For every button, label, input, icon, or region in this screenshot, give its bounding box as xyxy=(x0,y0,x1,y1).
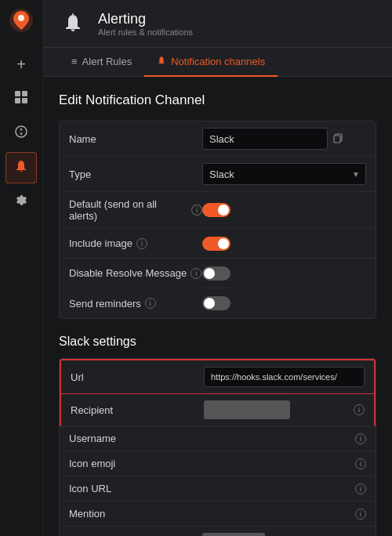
sidebar-item-explore[interactable] xyxy=(5,118,37,149)
include-image-label: Include image i xyxy=(69,237,202,249)
plus-icon: + xyxy=(16,56,26,74)
url-field-row: Url xyxy=(60,359,376,394)
url-label: Url xyxy=(71,371,204,383)
app-logo[interactable] xyxy=(9,8,34,33)
name-field-row: Name xyxy=(60,121,376,157)
tab-alert-rules-label: Alert Rules xyxy=(82,56,132,67)
tab-notification-channels-label: Notification channels xyxy=(171,56,265,67)
content-area: Edit Notification Channel Name xyxy=(43,77,392,536)
url-input[interactable] xyxy=(204,367,365,387)
icon-url-value: i xyxy=(202,483,366,494)
bell-icon xyxy=(14,159,28,177)
disable-resolve-value xyxy=(202,266,366,281)
icon-emoji-info-icon[interactable]: i xyxy=(355,458,366,469)
edit-section-title: Edit Notification Channel xyxy=(59,92,376,108)
dashboard-icon xyxy=(14,90,28,108)
svg-marker-7 xyxy=(20,128,23,131)
recipient-input[interactable] xyxy=(204,400,290,419)
include-image-info-icon[interactable]: i xyxy=(136,238,147,249)
send-reminders-info-icon[interactable]: i xyxy=(145,298,156,309)
recipient-field-row: Recipient i xyxy=(60,394,376,426)
token-field-row: Token xyxy=(60,527,376,536)
recipient-info-icon[interactable]: i xyxy=(354,404,365,415)
default-info-icon[interactable]: i xyxy=(191,205,202,215)
token-value xyxy=(202,533,366,536)
tab-notification-channels[interactable]: Notification channels xyxy=(144,48,278,77)
header-text: Alerting Alert rules & notifications xyxy=(98,11,193,37)
mention-label: Mention xyxy=(69,508,202,520)
username-value: i xyxy=(202,433,366,444)
disable-resolve-info-icon[interactable]: i xyxy=(191,268,201,279)
sidebar-item-add[interactable]: + xyxy=(5,49,37,80)
list-icon: ≡ xyxy=(71,56,78,67)
slack-section-title: Slack settings xyxy=(59,335,376,349)
mention-value: i xyxy=(202,509,366,520)
slack-form: Url Recipient i Username xyxy=(59,358,376,536)
edit-form: Name Type xyxy=(59,121,376,319)
default-field-row: Default (send on all alerts) i xyxy=(60,192,376,229)
page-subtitle: Alert rules & notifications xyxy=(98,27,193,37)
sidebar-item-settings[interactable] xyxy=(5,187,37,218)
sidebar-item-alerting[interactable] xyxy=(5,152,37,183)
type-select[interactable]: Slack xyxy=(202,163,366,185)
send-reminders-value xyxy=(202,296,366,310)
username-field-row: Username i xyxy=(60,426,376,451)
disable-resolve-field-row: Disable Resolve Message i xyxy=(60,259,376,288)
svg-point-1 xyxy=(18,15,24,21)
recipient-value: i xyxy=(204,400,365,419)
page-title: Alerting xyxy=(98,11,193,27)
send-reminders-field-row: Send reminders i xyxy=(60,288,376,318)
send-reminders-label: Send reminders i xyxy=(69,298,202,310)
send-reminders-toggle-knob xyxy=(204,298,215,309)
header-bell-icon xyxy=(59,9,87,38)
recipient-label: Recipient xyxy=(71,404,204,416)
svg-rect-5 xyxy=(22,98,27,103)
sidebar-item-dashboard[interactable] xyxy=(5,83,37,114)
username-label: Username xyxy=(69,433,202,444)
username-info-icon[interactable]: i xyxy=(355,433,366,444)
name-label: Name xyxy=(69,133,202,145)
main-content: Alerting Alert rules & notifications ≡ A… xyxy=(43,0,392,536)
disable-resolve-toggle-knob xyxy=(204,268,215,279)
type-field-row: Type Slack ▼ xyxy=(60,157,376,192)
default-value xyxy=(202,203,366,217)
mention-field-row: Mention i xyxy=(60,502,376,527)
svg-rect-4 xyxy=(15,98,20,103)
type-select-wrapper: Slack ▼ xyxy=(202,163,366,185)
icon-emoji-label: Icon emoji xyxy=(69,458,202,469)
send-reminders-toggle[interactable] xyxy=(202,296,230,310)
type-value: Slack ▼ xyxy=(202,163,366,185)
default-toggle-knob xyxy=(218,205,229,215)
name-input[interactable] xyxy=(202,128,328,150)
icon-url-info-icon[interactable]: i xyxy=(355,483,366,494)
svg-rect-3 xyxy=(22,91,27,96)
name-value xyxy=(202,128,366,150)
url-value xyxy=(204,367,365,387)
compass-icon xyxy=(14,125,28,143)
icon-emoji-field-row: Icon emoji i xyxy=(60,451,376,476)
tab-alert-rules[interactable]: ≡ Alert Rules xyxy=(59,48,144,77)
disable-resolve-label: Disable Resolve Message i xyxy=(69,267,202,279)
svg-rect-10 xyxy=(334,136,340,143)
bell-tab-icon xyxy=(157,56,166,67)
icon-url-field-row: Icon URL i xyxy=(60,476,376,502)
include-image-value xyxy=(202,237,366,251)
token-input[interactable] xyxy=(202,533,265,536)
icon-url-label: Icon URL xyxy=(69,483,202,494)
include-image-toggle[interactable] xyxy=(202,237,230,251)
copy-icon[interactable] xyxy=(332,132,343,146)
default-label: Default (send on all alerts) i xyxy=(69,198,202,222)
type-label: Type xyxy=(69,168,202,180)
gear-icon xyxy=(14,194,28,212)
disable-resolve-toggle[interactable] xyxy=(202,266,230,281)
include-image-field-row: Include image i xyxy=(60,229,376,259)
mention-info-icon[interactable]: i xyxy=(355,509,366,520)
include-image-toggle-knob xyxy=(218,238,229,249)
sidebar: + xyxy=(0,0,43,536)
icon-emoji-value: i xyxy=(202,458,366,469)
default-toggle[interactable] xyxy=(202,203,230,217)
svg-marker-8 xyxy=(20,132,23,136)
page-header: Alerting Alert rules & notifications xyxy=(43,0,392,48)
svg-rect-2 xyxy=(15,91,20,96)
tab-bar: ≡ Alert Rules Notification channels xyxy=(43,48,392,77)
